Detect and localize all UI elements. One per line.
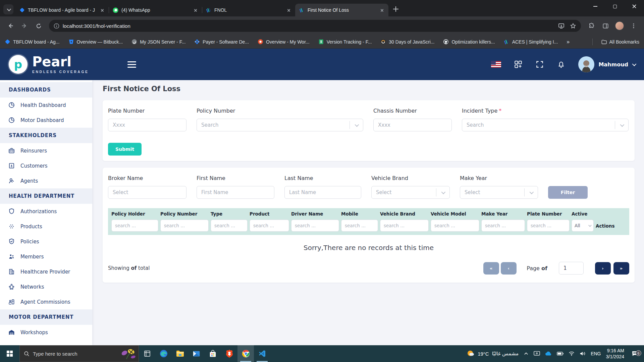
bookmark-optimization-killers[interactable]: Optimization killers... xyxy=(443,39,495,45)
new-tab-button[interactable] xyxy=(391,4,400,14)
forward-button[interactable] xyxy=(19,20,30,32)
sidebar-item-agents[interactable]: Agents xyxy=(0,173,92,188)
plate-number-input[interactable] xyxy=(108,119,186,131)
close-icon[interactable] xyxy=(99,7,105,13)
reload-button[interactable] xyxy=(33,20,44,32)
sidebar-item-reinsurers[interactable]: Reinsurers xyxy=(0,143,92,158)
language-flag-us[interactable] xyxy=(491,61,501,68)
fullscreen-icon[interactable] xyxy=(535,60,544,69)
incident-type-select[interactable]: Search xyxy=(462,119,629,131)
taskbar-store[interactable] xyxy=(205,345,221,362)
close-icon[interactable] xyxy=(379,7,385,13)
maximize-button[interactable] xyxy=(605,0,625,13)
vehicle-brand-select[interactable]: Select xyxy=(371,186,450,199)
policy-number-search-input[interactable] xyxy=(161,220,208,231)
wifi-icon[interactable] xyxy=(569,351,575,356)
last-page-button[interactable]: » xyxy=(613,262,629,275)
submit-button[interactable]: Submit xyxy=(108,143,142,156)
browser-profile-avatar[interactable] xyxy=(614,20,625,32)
bookmark-bitbucket[interactable]: Overview — Bitbuck... xyxy=(68,39,123,45)
minimize-button[interactable] xyxy=(586,0,605,13)
sidebar-item-policies[interactable]: Policies xyxy=(0,234,92,249)
sidebar-item-customers[interactable]: Customers xyxy=(0,158,92,173)
battery-icon[interactable] xyxy=(557,352,564,356)
user-menu[interactable]: Mahmoud xyxy=(578,56,635,72)
last-name-input[interactable] xyxy=(285,186,361,198)
extensions-button[interactable] xyxy=(586,20,597,32)
sidebar-item-members[interactable]: Members xyxy=(0,249,92,264)
all-bookmarks-button[interactable]: All Bookmarks xyxy=(601,39,639,45)
bookmark-payer[interactable]: Payer - Software De... xyxy=(194,39,249,45)
vehicle-brand-search-input[interactable] xyxy=(380,220,428,231)
type-search-input[interactable] xyxy=(211,220,247,231)
previous-page-button[interactable]: ‹ xyxy=(501,262,517,275)
active-filter-select[interactable]: All xyxy=(572,220,594,232)
sidebar-item-products[interactable]: Products xyxy=(0,219,92,234)
taskbar-edge[interactable] xyxy=(155,345,172,362)
tab-fnol[interactable]: FNOL xyxy=(202,4,295,16)
close-icon[interactable] xyxy=(193,7,199,13)
bookmark-version-tracking[interactable]: Version Tracking - F... xyxy=(318,39,372,45)
sidebar-item-agent-commissions[interactable]: Agent Commissions xyxy=(0,294,92,309)
notifications-bell-icon[interactable] xyxy=(557,60,566,69)
taskbar-vscode[interactable] xyxy=(254,345,270,362)
bookmark-30days-js[interactable]: 30 Days of JavaScri... xyxy=(380,39,434,45)
cast-icon[interactable] xyxy=(534,351,540,356)
side-panel-button[interactable] xyxy=(600,20,611,32)
make-year-search-input[interactable] xyxy=(482,220,525,231)
next-page-button[interactable]: › xyxy=(595,262,611,275)
policy-number-select[interactable]: Search xyxy=(197,119,363,131)
policy-holder-search-input[interactable] xyxy=(112,220,158,231)
tab-tbflow[interactable]: TBFLOW board - Agile board - J xyxy=(15,4,109,16)
bookmark-overview-work[interactable]: Overview - My Wor... xyxy=(258,39,310,45)
task-view-button[interactable] xyxy=(139,345,155,362)
tab-search-button[interactable] xyxy=(3,4,13,14)
sidebar-item-authorizations[interactable]: Authorizations xyxy=(0,204,92,219)
sidebar-item-healthcare-provider[interactable]: Healthcare Provider xyxy=(0,264,92,279)
apps-grid-icon[interactable] xyxy=(514,60,523,69)
sidebar-item-workshops[interactable]: Workshops xyxy=(0,325,92,340)
address-bar[interactable]: localhost:3001/fnol-verification xyxy=(49,20,581,32)
tab-whatsapp[interactable]: (4) WhatsApp xyxy=(109,4,202,16)
weather-widget[interactable]: 19°C مشمس غالبًا xyxy=(467,350,519,358)
tray-expand-chevron-icon[interactable] xyxy=(524,351,529,356)
volume-icon[interactable] xyxy=(580,351,586,356)
bookmark-json-server[interactable]: My JSON Server - F... xyxy=(131,39,185,45)
close-icon[interactable] xyxy=(286,7,292,13)
taskbar-search-box[interactable]: Type here to search xyxy=(19,345,139,362)
make-year-select[interactable]: Select xyxy=(460,186,538,199)
tab-first-notice-of-loss[interactable]: First Notice Of Loss xyxy=(295,4,388,16)
mobile-search-input[interactable] xyxy=(341,220,378,231)
bookmark-star-icon[interactable] xyxy=(570,23,576,29)
taskbar-file-explorer[interactable] xyxy=(172,345,188,362)
bookmarks-overflow-button[interactable]: » xyxy=(567,39,569,45)
page-number-input[interactable] xyxy=(559,262,584,275)
language-indicator[interactable]: ENG xyxy=(591,351,601,356)
taskbar-chrome[interactable] xyxy=(237,345,254,362)
install-app-icon[interactable] xyxy=(558,23,565,29)
bookmark-aces[interactable]: ACES | Simplifying I... xyxy=(504,39,558,45)
taskbar-mail[interactable] xyxy=(188,345,205,362)
clock[interactable]: 9:16 AM 3/1/2024 xyxy=(606,348,625,360)
bookmark-tbflow[interactable]: TBFLOW board - Ag... xyxy=(5,39,60,45)
product-search-input[interactable] xyxy=(250,220,289,231)
first-name-input[interactable] xyxy=(197,186,274,198)
close-window-button[interactable] xyxy=(625,0,644,13)
start-button[interactable] xyxy=(0,345,19,362)
onedrive-icon[interactable] xyxy=(545,351,552,356)
sidebar-item-motor-dashboard[interactable]: Motor Dashboard xyxy=(0,113,92,128)
browser-menu-button[interactable] xyxy=(628,20,639,32)
plate-number-search-input[interactable] xyxy=(527,220,569,231)
taskbar-brave[interactable] xyxy=(221,345,237,362)
action-center-button[interactable]: 6 xyxy=(629,351,641,357)
sidebar-toggle-button[interactable] xyxy=(127,61,136,68)
chassis-number-input[interactable] xyxy=(374,119,451,131)
back-button[interactable] xyxy=(5,20,16,32)
sidebar-item-health-dashboard[interactable]: Health Dashboard xyxy=(0,98,92,113)
sidebar-item-networks[interactable]: Networks xyxy=(0,279,92,294)
pearl-logo[interactable]: p Pearl ENDLESS COVERAGE xyxy=(9,55,89,74)
vehicle-model-search-input[interactable] xyxy=(431,220,479,231)
broker-name-input[interactable] xyxy=(108,186,186,198)
driver-name-search-input[interactable] xyxy=(291,220,339,231)
first-page-button[interactable]: « xyxy=(483,262,499,275)
